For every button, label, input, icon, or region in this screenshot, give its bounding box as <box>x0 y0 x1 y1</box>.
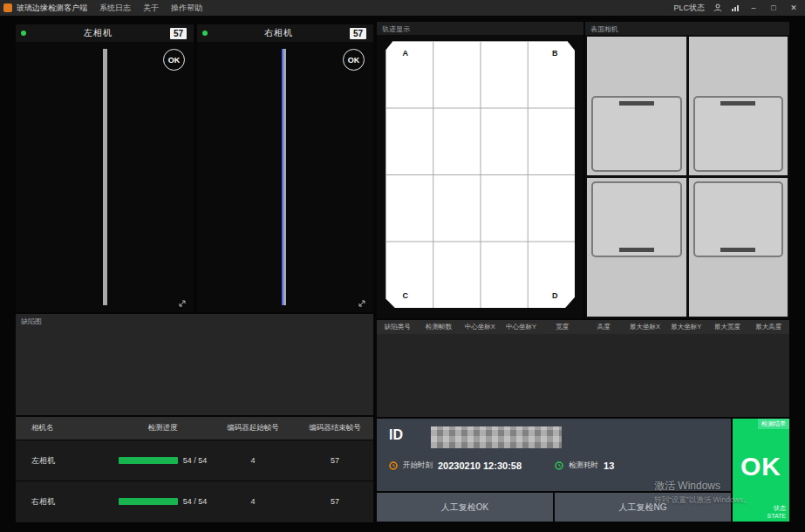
surface-image-top-left <box>587 37 686 175</box>
left-camera-ok-badge: OK <box>163 49 185 71</box>
col-start-frame: 编码器起始帧号 <box>209 423 297 433</box>
corner-label-d: D <box>552 291 558 300</box>
surface-panel-header: 表面相机 <box>585 22 789 35</box>
progress-table-header: 相机名 检测进度 编码器起始帧号 编码器结束帧号 <box>16 417 373 440</box>
signal-icon[interactable] <box>730 3 740 13</box>
col-height: 高度 <box>583 323 624 331</box>
defect-image-title: 缺陷图 <box>21 317 42 326</box>
plc-status-label: PLC状态 <box>673 3 705 14</box>
defect-table-header: 缺陷类号 检测帧数 中心坐标X 中心坐标Y 宽度 高度 最大坐标X 最大坐标Y … <box>377 320 789 334</box>
glass-outline-map: A B C D <box>385 41 575 308</box>
col-max-y: 最大坐标Y <box>665 323 706 331</box>
camera-progress-table: 相机名 检测进度 编码器起始帧号 编码器结束帧号 左相机 54 / 54 4 5… <box>16 417 373 522</box>
glass-photo <box>591 181 682 257</box>
col-center-x: 中心坐标X <box>460 323 501 331</box>
minimize-button[interactable]: – <box>747 3 760 12</box>
col-defect-type: 缺陷类号 <box>377 323 418 331</box>
app-window: 玻璃边缘检测客户端 系统日志 关于 操作帮助 PLC状态 – □ ✕ 左相机 5… <box>0 0 805 532</box>
maximize-button[interactable]: □ <box>767 3 780 12</box>
col-max-height: 最大高度 <box>748 323 789 331</box>
manual-recheck-ok-button[interactable]: 人工复检OK <box>377 493 553 522</box>
end-frame-cell: 57 <box>297 497 373 506</box>
surface-image-bottom-right <box>689 178 788 317</box>
result-meta-row: 开始时刻 20230210 12:30:58 检测耗时 13 <box>389 460 614 471</box>
glass-photo <box>591 96 682 172</box>
left-camera-frame-count: 57 <box>170 28 187 39</box>
corner-label-b: B <box>552 49 558 58</box>
expand-icon[interactable] <box>357 297 367 307</box>
title-bar: 玻璃边缘检测客户端 系统日志 关于 操作帮助 PLC状态 – □ ✕ <box>0 0 805 16</box>
surface-image-grid <box>587 37 788 317</box>
user-icon[interactable] <box>713 3 722 13</box>
corner-label-a: A <box>403 49 409 58</box>
col-center-y: 中心坐标Y <box>501 323 542 331</box>
id-value-redacted <box>431 426 562 448</box>
window-title: 玻璃边缘检测客户端 <box>17 3 87 14</box>
detection-result-tag: 检测结果 <box>758 419 789 429</box>
col-camera-name: 相机名 <box>16 423 116 433</box>
glass-edge-strip <box>103 49 107 305</box>
end-frame-cell: 57 <box>297 456 373 465</box>
progress-bar <box>119 498 178 505</box>
col-frame-count: 检测帧数 <box>418 323 459 331</box>
table-row[interactable]: 右相机 54 / 54 4 57 <box>16 481 373 522</box>
detection-result-value: OK <box>733 452 789 481</box>
result-info-panel: ID 开始时刻 20230210 12:30:58 检测耗时 13 <box>377 419 731 491</box>
close-button[interactable]: ✕ <box>788 3 800 12</box>
left-camera-label: 左相机 <box>26 27 170 39</box>
elapsed-label: 检测耗时 <box>569 460 598 471</box>
progress-bar <box>119 457 178 464</box>
start-time-label: 开始时刻 <box>403 460 433 471</box>
start-time-value: 20230210 12:30:58 <box>438 460 522 471</box>
glass-photo <box>693 181 784 257</box>
start-frame-cell: 4 <box>209 497 297 506</box>
col-max-x: 最大坐标X <box>624 323 665 331</box>
defect-result-table: 缺陷类号 检测帧数 中心坐标X 中心坐标Y 宽度 高度 最大坐标X 最大坐标Y … <box>377 320 789 417</box>
track-display-panel: 轨迹显示 A B C D <box>377 22 583 318</box>
manual-recheck-ng-button[interactable]: 人工复检NG <box>555 493 731 522</box>
expand-icon[interactable] <box>177 297 188 307</box>
state-label: 状态 STATE <box>767 505 786 520</box>
glass-photo <box>693 96 784 172</box>
id-label: ID <box>389 427 403 443</box>
col-progress: 检测进度 <box>116 423 209 433</box>
app-icon <box>3 3 12 12</box>
col-max-width: 最大宽度 <box>706 323 747 331</box>
col-end-frame: 编码器结束帧号 <box>297 423 373 433</box>
right-camera-image: OK <box>197 42 373 312</box>
track-panel-title: 轨迹显示 <box>382 24 410 34</box>
defect-image-panel: 缺陷图 <box>16 314 373 415</box>
menu-item-system-log[interactable]: 系统日志 <box>99 3 131 14</box>
start-frame-cell: 4 <box>209 456 297 465</box>
timer-icon <box>555 461 563 470</box>
menu-item-about[interactable]: 关于 <box>143 3 159 14</box>
clock-icon <box>389 461 398 470</box>
right-camera-panel: 右相机 57 OK <box>197 24 373 312</box>
elapsed-value: 13 <box>604 460 614 471</box>
right-camera-ok-badge: OK <box>343 49 365 71</box>
track-panel-header: 轨迹显示 <box>377 22 583 35</box>
col-width: 宽度 <box>542 323 583 331</box>
surface-camera-panel: 表面相机 <box>585 22 789 318</box>
glass-edge-strip <box>282 49 286 305</box>
surface-panel-title: 表面相机 <box>590 24 618 34</box>
camera-name-cell: 左相机 <box>16 455 116 467</box>
progress-value: 54 / 54 <box>183 456 208 465</box>
surface-image-bottom-left <box>587 178 686 317</box>
right-camera-label: 右相机 <box>208 27 350 39</box>
left-camera-header: 左相机 57 <box>16 24 194 42</box>
table-row[interactable]: 左相机 54 / 54 4 57 <box>16 440 373 481</box>
progress-value: 54 / 54 <box>183 497 208 506</box>
surface-image-top-right <box>689 37 788 175</box>
camera-name-cell: 右相机 <box>16 496 116 508</box>
corner-label-c: C <box>403 291 409 300</box>
left-camera-panel: 左相机 57 OK <box>16 24 194 312</box>
detection-result-box: 检测结果 OK 状态 STATE <box>733 419 789 522</box>
right-camera-header: 右相机 57 <box>197 24 373 42</box>
left-camera-image: OK <box>16 42 194 312</box>
menu-item-help[interactable]: 操作帮助 <box>171 3 202 14</box>
right-camera-frame-count: 57 <box>350 28 366 39</box>
